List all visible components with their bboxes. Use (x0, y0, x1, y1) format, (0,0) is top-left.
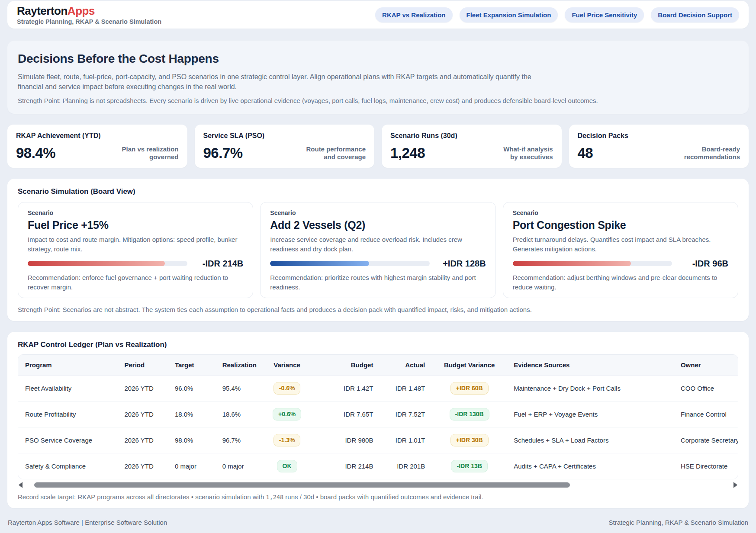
brand-block: RaytertonApps Strategic Planning, RKAP &… (17, 4, 161, 25)
cell-program: Safety & Compliance (18, 453, 117, 478)
cell-budget-variance: +IDR 30B (432, 427, 507, 453)
ledger-header-row: ProgramPeriodTargetRealizationVarianceBu… (18, 355, 738, 376)
cell-budget: IDR 214B (308, 453, 380, 478)
kpi-note: Plan vs realizationgoverned (122, 145, 179, 162)
impact-bar-track (270, 261, 430, 266)
cell-variance: -1.3% (266, 427, 308, 453)
budget-variance-badge: -IDR 130B (450, 408, 489, 421)
budget-variance-badge: -IDR 13B (451, 460, 487, 472)
footer-right: Strategic Planning, RKAP & Scenario Simu… (609, 519, 748, 526)
column-header-owner: Owner (674, 355, 738, 376)
ledger-table-wrap: ProgramPeriodTargetRealizationVarianceBu… (18, 354, 738, 479)
cell-realization: 0 major (216, 453, 266, 478)
cell-program: Route Profitability (18, 401, 117, 427)
scenario-title: Port Congestion Spike (513, 219, 728, 231)
column-header-realization: Realization (216, 355, 266, 376)
footer-left: Rayterton Apps Software | Enterprise Sof… (8, 519, 167, 526)
cell-actual: IDR 1.48T (380, 376, 432, 401)
cell-program: Fleet Availability (18, 376, 117, 401)
cell-actual: IDR 201B (380, 453, 432, 478)
budget-variance-badge: +IDR 60B (450, 382, 489, 395)
nav-pill-board-decision-support[interactable]: Board Decision Support (651, 7, 739, 22)
cell-program: PSO Service Coverage (18, 427, 117, 453)
kpi-label: Scenario Runs (30d) (390, 132, 553, 140)
scenario-kicker: Scenario (270, 209, 486, 216)
kpi-card-2: Scenario Runs (30d)1,248What-if analysis… (382, 125, 562, 168)
cell-realization: 95.4% (216, 376, 266, 401)
cell-budget: IDR 7.65T (308, 401, 380, 427)
kpi-label: Service SLA (PSO) (203, 132, 366, 140)
cell-realization: 96.7% (216, 427, 266, 453)
nav-pills: RKAP vs RealizationFleet Expansion Simul… (375, 7, 739, 22)
scenario-impact-value: +IDR 128B (437, 259, 486, 269)
footnote-post: runs / 30d • board packs with quantified… (283, 493, 483, 501)
table-row: PSO Service Coverage2026 YTD98.0%96.7%-1… (18, 427, 738, 453)
footnote-pre: Record scale target: RKAP programs acros… (18, 493, 266, 501)
cell-variance: OK (266, 453, 308, 478)
app-header: RaytertonApps Strategic Planning, RKAP &… (7, 1, 749, 29)
cell-variance: -0.6% (266, 376, 308, 401)
brand-name-accent: Apps (68, 4, 95, 17)
scenario-kicker: Scenario (28, 209, 243, 216)
scenario-recommendation: Recommendation: enforce fuel governance … (28, 273, 243, 292)
kpi-label: RKAP Achievement (YTD) (16, 132, 179, 140)
scrollbar-thumb[interactable] (34, 482, 570, 488)
cell-budget: IDR 1.42T (308, 376, 380, 401)
scenario-cards: ScenarioFuel Price +15%Impact to cost an… (18, 202, 738, 298)
cell-target: 0 major (168, 453, 216, 478)
scenario-section-title: Scenario Simulation (Board View) (18, 187, 738, 196)
column-header-period: Period (117, 355, 167, 376)
scenario-recommendation: Recommendation: adjust berthing windows … (513, 273, 728, 292)
cell-actual: IDR 7.52T (380, 401, 432, 427)
kpi-card-3: Decision Packs48Board-readyrecommendatio… (569, 125, 749, 168)
ledger-table: ProgramPeriodTargetRealizationVarianceBu… (18, 355, 738, 478)
impact-bar-track (513, 261, 672, 266)
column-header-program: Program (18, 355, 117, 376)
kpi-note: Board-readyrecommendations (684, 145, 740, 162)
kpi-note: Route performanceand coverage (306, 145, 366, 162)
cell-period: 2026 YTD (117, 376, 167, 401)
nav-pill-fuel-price-sensitivity[interactable]: Fuel Price Sensitivity (565, 7, 644, 22)
scenario-strength-point: Strength Point: Scenarios are not abstra… (18, 306, 738, 313)
cell-owner: HSE Directorate (674, 453, 738, 478)
scenario-recommendation: Recommendation: prioritize routes with h… (270, 273, 486, 292)
ledger-section: RKAP Control Ledger (Plan vs Realization… (7, 332, 749, 508)
scrollbar-left-arrow-icon[interactable] (19, 482, 23, 488)
horizontal-scrollbar[interactable] (18, 482, 738, 488)
scenario-description: Increase service coverage and reduce ove… (270, 235, 486, 254)
brand-name-primary: Rayterton (17, 4, 68, 17)
kpi-card-1: Service SLA (PSO)96.7%Route performancea… (195, 125, 375, 168)
footnote-count: 1,248 (266, 494, 284, 501)
column-header-variance: Variance (266, 355, 308, 376)
nav-pill-fleet-expansion-simulation[interactable]: Fleet Expansion Simulation (460, 7, 558, 22)
hero-title: Decisions Before the Cost Happens (18, 52, 738, 66)
hero-section: Decisions Before the Cost Happens Simula… (7, 41, 749, 114)
column-header-budget-variance: Budget Variance (432, 355, 507, 376)
scenario-section: Scenario Simulation (Board View) Scenari… (7, 179, 749, 321)
nav-pill-rkap-vs-realization[interactable]: RKAP vs Realization (375, 7, 452, 22)
scrollbar-right-arrow-icon[interactable] (733, 482, 737, 488)
cell-evidence: Fuel + ERP + Voyage Events (507, 401, 674, 427)
ledger-title: RKAP Control Ledger (Plan vs Realization… (18, 340, 738, 349)
cell-period: 2026 YTD (117, 427, 167, 453)
scenario-card-1: ScenarioAdd 2 Vessels (Q2)Increase servi… (260, 202, 495, 298)
cell-owner: Finance Control (674, 401, 738, 427)
table-row: Fleet Availability2026 YTD96.0%95.4%-0.6… (18, 376, 738, 401)
column-header-evidence-sources: Evidence Sources (507, 355, 674, 376)
scrollbar-track[interactable] (26, 482, 730, 488)
cell-evidence: Audits + CAPA + Certificates (507, 453, 674, 478)
scenario-card-0: ScenarioFuel Price +15%Impact to cost an… (18, 202, 253, 298)
impact-bar-fill (28, 261, 165, 266)
cell-budget: IDR 980B (308, 427, 380, 453)
variance-badge: +0.6% (273, 408, 301, 421)
column-header-target: Target (168, 355, 216, 376)
impact-bar-track (28, 261, 187, 266)
scenario-card-2: ScenarioPort Congestion SpikePredict tur… (503, 202, 738, 298)
cell-owner: COO Office (674, 376, 738, 401)
hero-description: Simulate fleet, route, fuel-price, port-… (18, 72, 548, 92)
table-row: Safety & Compliance2026 YTD0 major0 majo… (18, 453, 738, 478)
scenario-impact-value: -IDR 96B (679, 259, 728, 269)
brand-tagline: Strategic Planning, RKAP & Scenario Simu… (17, 18, 161, 25)
kpi-value: 1,248 (390, 145, 425, 161)
cell-target: 98.0% (168, 427, 216, 453)
